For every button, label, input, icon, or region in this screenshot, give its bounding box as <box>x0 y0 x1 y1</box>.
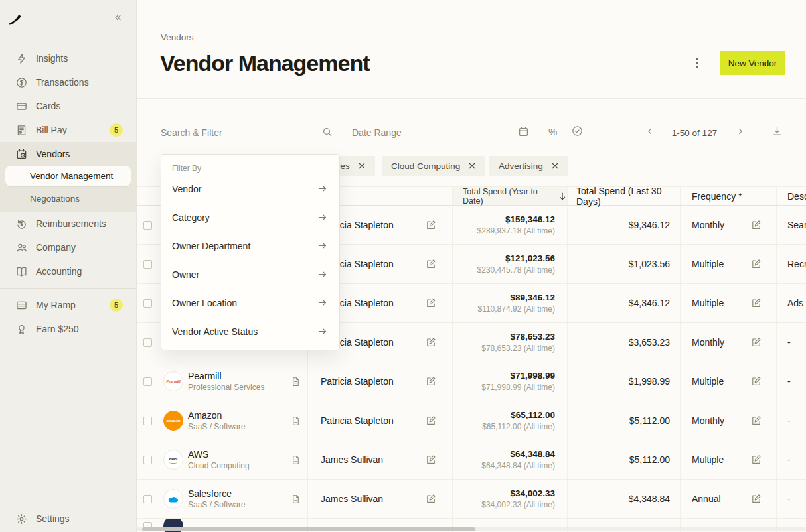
new-vendor-button[interactable]: New Vendor <box>720 51 785 75</box>
vendor-name[interactable]: AWS <box>188 449 250 460</box>
edit-icon[interactable] <box>751 337 762 348</box>
filter-option-owner[interactable]: Owner <box>161 260 339 289</box>
gear-icon <box>16 513 27 525</box>
edit-icon[interactable] <box>751 454 762 465</box>
edit-icon[interactable] <box>426 376 436 387</box>
edit-icon[interactable] <box>751 376 762 387</box>
edit-icon[interactable] <box>426 415 436 426</box>
vendor-name[interactable]: Salesforce <box>188 488 246 499</box>
column-header-last30[interactable]: Total Spend (Last 30 Days) <box>568 187 681 205</box>
dollar-circle-icon <box>16 77 27 88</box>
pagination-prev-button[interactable] <box>645 127 655 136</box>
sidebar-item-vendors[interactable]: Vendors <box>0 142 136 166</box>
note-file-icon[interactable] <box>291 494 301 504</box>
sort-descending-icon[interactable] <box>558 192 567 201</box>
edit-icon[interactable] <box>426 298 436 308</box>
sidebar-item-cards[interactable]: Cards <box>0 94 136 118</box>
row-checkbox[interactable] <box>143 456 152 464</box>
vendor-name[interactable]: Pearmill <box>188 371 264 381</box>
frequency-cell: Multiple <box>681 440 777 479</box>
row-checkbox[interactable] <box>143 417 152 425</box>
chip-label: Cloud Computing <box>391 161 460 171</box>
filter-option-vendor-active-status[interactable]: Vendor Active Status <box>161 317 339 346</box>
sidebar-item-earn-250[interactable]: Earn $250 <box>0 317 136 341</box>
sidebar-item-label: Transactions <box>36 77 89 88</box>
edit-icon[interactable] <box>426 494 436 504</box>
frequency-value: Monthly <box>692 337 724 348</box>
sidebar-subitem-negotiations[interactable]: Negotiations <box>0 188 136 209</box>
filter-chip-cloud-computing[interactable]: Cloud Computing <box>382 156 485 176</box>
sidebar-item-bill-pay[interactable]: Bill Pay5 <box>0 118 136 142</box>
description-value: Ads <box>787 298 803 308</box>
filter-option-owner-department[interactable]: Owner Department <box>161 232 339 260</box>
pearmill-logo: Pearmill <box>163 371 183 391</box>
calendar-icon[interactable] <box>518 126 529 137</box>
row-checkbox[interactable] <box>143 299 152 308</box>
frequency-cell: Monthly <box>681 323 777 362</box>
edit-icon[interactable] <box>751 220 762 230</box>
horizontal-scrollbar-track[interactable] <box>137 527 806 531</box>
note-file-icon[interactable] <box>291 416 301 426</box>
edit-icon[interactable] <box>426 259 436 269</box>
edit-icon[interactable] <box>751 259 762 269</box>
row-checkbox[interactable] <box>143 377 152 386</box>
row-checkbox-cell <box>137 245 159 283</box>
more-options-button[interactable] <box>692 56 704 70</box>
row-checkbox[interactable] <box>143 495 152 503</box>
ytd-amount: $65,112.00 <box>511 410 555 420</box>
filter-option-label: Owner <box>172 269 199 280</box>
row-checkbox[interactable] <box>143 260 152 269</box>
column-header-check <box>137 187 159 205</box>
chip-label: Advertising <box>499 161 543 171</box>
download-icon[interactable] <box>771 125 783 137</box>
sidebar-item-reimbursements[interactable]: Reimbursements <box>0 212 136 235</box>
filter-option-vendor[interactable]: Vendor <box>161 174 339 203</box>
search-icon[interactable] <box>322 127 333 137</box>
pagination-next-button[interactable] <box>736 127 745 136</box>
date-range-input[interactable]: Date Range <box>352 127 402 138</box>
note-file-icon[interactable] <box>291 455 301 465</box>
edit-icon[interactable] <box>751 298 762 308</box>
sidebar-item-transactions[interactable]: Transactions <box>0 70 136 94</box>
last30-amount: $4,346.12 <box>629 298 670 308</box>
sidebar-collapse-button[interactable] <box>113 13 123 23</box>
edit-icon[interactable] <box>751 415 762 426</box>
filter-option-category[interactable]: Category <box>161 203 339 232</box>
column-header-freq[interactable]: Frequency * <box>681 187 777 205</box>
sidebar-item-accounting[interactable]: Accounting <box>0 259 136 283</box>
breadcrumb[interactable]: Vendors <box>161 33 194 42</box>
row-checkbox[interactable] <box>143 338 152 347</box>
edit-icon[interactable] <box>426 220 436 230</box>
filter-chip-advertising[interactable]: Advertising <box>489 156 568 176</box>
percent-toggle-button[interactable]: % <box>548 126 557 137</box>
row-checkbox-cell <box>137 206 159 244</box>
column-header-desc[interactable]: Description <box>777 187 806 205</box>
description-value: - <box>787 337 791 348</box>
close-icon[interactable] <box>358 162 366 170</box>
column-header-ytd[interactable]: Total Spend (Year to Date) <box>453 187 568 205</box>
close-icon[interactable] <box>468 162 476 170</box>
sidebar-item-settings[interactable]: Settings <box>0 507 136 531</box>
sidebar-item-insights[interactable]: Insights <box>0 46 136 70</box>
amazon-logo: amazon <box>163 411 183 431</box>
edit-icon[interactable] <box>426 337 436 348</box>
description-cell: Search <box>777 206 806 244</box>
vendor-name[interactable]: Amazon <box>188 410 246 421</box>
edit-icon[interactable] <box>426 454 436 465</box>
filter-by-dropdown: Filter By VendorCategoryOwner Department… <box>161 154 340 350</box>
vendor-cell: awsAWSCloud Computing <box>159 440 308 479</box>
note-file-icon[interactable] <box>291 377 301 387</box>
edit-icon[interactable] <box>751 494 762 504</box>
description-value: Search <box>787 220 806 230</box>
sidebar-item-company[interactable]: Company <box>0 235 136 259</box>
close-icon[interactable] <box>551 162 559 170</box>
horizontal-scrollbar-thumb[interactable] <box>142 527 475 531</box>
filter-option-owner-location[interactable]: Owner Location <box>161 289 339 317</box>
sidebar-item-my-ramp[interactable]: My Ramp5 <box>0 293 136 317</box>
description-value: - <box>787 454 791 465</box>
check-circle-toggle-button[interactable] <box>572 125 583 137</box>
row-checkbox[interactable] <box>143 221 152 230</box>
myramp-card-icon <box>16 300 27 311</box>
search-input[interactable]: Search & Filter <box>161 127 222 138</box>
sidebar-subitem-vendor-management[interactable]: Vendor Management <box>5 166 131 186</box>
